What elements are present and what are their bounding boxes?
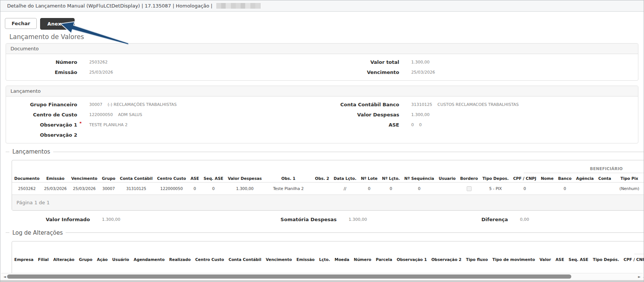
cell-data-lcto: // (331, 182, 359, 195)
vencimento-value: 25/03/2026 (411, 70, 435, 75)
valor-despesas-label: Valor Despesas (322, 112, 399, 118)
observacao1-value: TESTE PLANILHA 2 (89, 122, 127, 127)
lancamento-left-column: Grupo Financeiro 30007(-) RECLAMAÇÕES TR… (6, 100, 322, 140)
log-column-agendamento: Agendamento (132, 256, 167, 263)
cell-obs1: Teste Planilha 2 (264, 182, 313, 195)
scroll-left-arrow-icon[interactable]: ◄ (3, 275, 6, 279)
ase-value-1: 0 (411, 122, 414, 127)
required-asterisk: * (79, 121, 82, 126)
cell-n-lcto: 0 (380, 182, 402, 195)
column-header-n-sequencia: Nº Sequência (402, 175, 437, 182)
log-group-header-row: BENEFICIÁRIO (12, 246, 644, 256)
log-column-observacao2: Observação 2 (429, 256, 464, 263)
log-column-acao: Ação (95, 256, 110, 263)
cell-obs2 (313, 182, 331, 195)
valor-total-label: Valor total (322, 59, 399, 65)
anexos-button[interactable]: Anexos (40, 18, 74, 30)
observacao1-row: Observação 1 * TESTE PLANILHA 2 (6, 120, 322, 130)
cell-ase: 0 (188, 182, 201, 195)
scroll-right-arrow-icon[interactable]: ► (638, 275, 641, 279)
group-header-spacer (12, 165, 511, 175)
lancamentos-legend: Lançamentos (9, 148, 53, 155)
lancamentos-table: BENEFICIÁRIO Documento Emissão Venciment… (12, 165, 644, 195)
column-header-seq-ase: Seq. ASE (201, 175, 226, 182)
cell-valor-despesas: 1.300,00 (226, 182, 264, 195)
column-header-ase: ASE (188, 175, 201, 182)
horizontal-scrollbar[interactable]: ◄ ► (1, 273, 643, 280)
cell-documento: 2503262 (12, 182, 42, 195)
documento-panel-body: Número 2503262 Emissão 25/03/2026 Valor … (6, 54, 638, 80)
log-column-emissao: Emissão (294, 256, 317, 263)
valor-informado-value: 1.300,00 (102, 217, 120, 222)
log-column-empresa: Empresa (12, 256, 36, 263)
documento-panel: Documento Número 2503262 Emissão 25/03/2… (6, 43, 638, 81)
log-column-lcto: Lçto. (317, 256, 332, 263)
numero-label: Número (6, 59, 77, 65)
log-table-box: BENEFICIÁRIO Empresa Filial Alteração Gr… (12, 241, 644, 277)
bordero-checkbox[interactable] (467, 186, 472, 191)
diferenca-value: 0,00 (520, 217, 529, 222)
log-column-realizado: Realizado (167, 256, 193, 263)
emissao-row: Emissão 25/03/2026 (6, 67, 322, 77)
cell-centro-custo: 122000050 (155, 182, 188, 195)
vencimento-row: Vencimento 25/03/2026 (322, 67, 638, 77)
log-column-tipo-fluxo: Tipo fluxo (464, 256, 490, 263)
lancamentos-group-header-row: BENEFICIÁRIO (12, 165, 644, 175)
log-alteracoes-legend: Log de Alterações (9, 229, 66, 236)
log-table: BENEFICIÁRIO Empresa Filial Alteração Gr… (12, 246, 644, 263)
log-alteracoes-fieldset: Log de Alterações BENEFICIÁRIO Empresa F… (6, 229, 644, 277)
log-table-wrap: BENEFICIÁRIO Empresa Filial Alteração Gr… (12, 241, 644, 263)
lancamentos-table-box: BENEFICIÁRIO Documento Emissão Venciment… (12, 160, 644, 211)
emissao-value: 25/03/2026 (89, 70, 113, 75)
lancamentos-column-header-row: Documento Emissão Vencimento Grupo Conta… (12, 175, 644, 182)
lancamentos-table-wrap: BENEFICIÁRIO Documento Emissão Venciment… (12, 160, 644, 195)
conta-contabil-banco-row: Conta Contábil Banco 31310125CUSTOS RECL… (322, 100, 638, 110)
column-header-obs2: Obs. 2 (313, 175, 331, 182)
observacao2-label: Observação 2 (6, 132, 77, 138)
title-bar: Detalhe do Lançamento Manual (WpFluLCtDe… (0, 0, 644, 12)
column-header-bordero: Bordero (458, 175, 480, 182)
column-header-nome: Nome (539, 175, 556, 182)
column-header-vencimento: Vencimento (69, 175, 100, 182)
column-header-banco: Banco (556, 175, 574, 182)
observacao2-row: Observação 2 (6, 130, 322, 140)
cell-usuario (436, 182, 458, 195)
documento-left-column: Número 2503262 Emissão 25/03/2026 (6, 57, 322, 77)
log-beneficiario-group-header: BENEFICIÁRIO (622, 246, 644, 256)
diferenca-pair: Diferença 0,00 (418, 215, 529, 224)
lancamento-right-column: Conta Contábil Banco 31310125CUSTOS RECL… (322, 100, 638, 140)
scrollbar-thumb[interactable] (7, 274, 571, 279)
log-column-numero: Número (352, 256, 374, 263)
column-header-conta: Conta (596, 175, 614, 182)
valor-despesas-row: Valor Despesas 1.300,00 (322, 110, 638, 120)
beneficiario-group-label: BENEFICIÁRIO (590, 166, 623, 171)
centro-custo-row: Centro de Custo 122000050ADM SALUS (6, 110, 322, 120)
fechar-button[interactable]: Fechar (5, 18, 37, 29)
cell-grupo: 30007 (100, 182, 118, 195)
conta-contabil-banco-value: 31310125CUSTOS RECLAMACOES TRABALHISTAS (411, 102, 519, 107)
cell-tipo-pix: (Nenhum) (613, 182, 644, 195)
conta-contabil-banco-label: Conta Contábil Banco (322, 102, 399, 107)
beneficiario-group-header: BENEFICIÁRIO (511, 165, 644, 175)
page-status: Página 1 de 1 (16, 200, 49, 205)
column-header-obs1: Obs. 1 (264, 175, 313, 182)
ase-value-2: 0 (419, 122, 422, 127)
lancamentos-data-row[interactable]: 2503262 25/03/2026 25/03/2026 30007 3131… (12, 182, 644, 195)
column-header-grupo: Grupo (100, 175, 118, 182)
observacao1-label: Observação 1 (6, 122, 77, 128)
column-header-n-lote: Nº Lote (359, 175, 380, 182)
toolbar: Fechar Anexos (0, 12, 644, 30)
somatoria-despesas-label: Somatória Despesas (186, 217, 337, 222)
log-column-usuario: Usuário (110, 256, 131, 263)
totals-row: Valor Informado 1.300,00 Somatória Despe… (6, 215, 644, 227)
grupo-financeiro-value: 30007(-) RECLAMAÇÕES TRABALHISTAS (89, 102, 177, 107)
cell-n-sequencia: 0 (402, 182, 437, 195)
cell-tipo-depos: 5 - PIX (480, 182, 511, 195)
cell-banco: 0 (556, 182, 574, 195)
log-column-filial: Filial (36, 256, 51, 263)
column-header-data-lcto: Data Lçto. (331, 175, 359, 182)
centro-custo-code: 122000050 (89, 112, 113, 117)
centro-custo-desc: ADM SALUS (118, 112, 142, 117)
valor-despesas-value: 1.300,00 (411, 112, 430, 117)
somatoria-despesas-value: 1.300,00 (349, 217, 367, 222)
